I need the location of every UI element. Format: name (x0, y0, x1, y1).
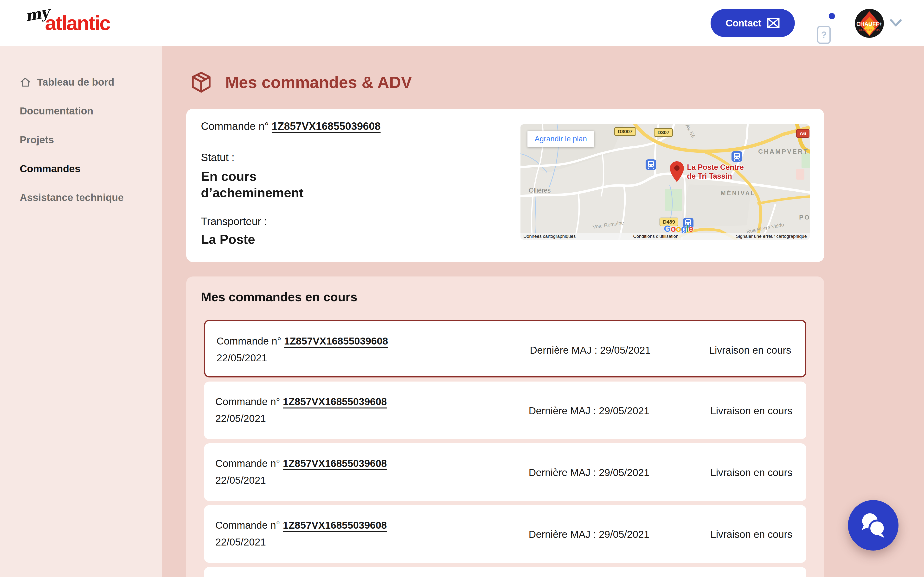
map-town-label-ollieres: Ollières (529, 187, 551, 194)
transit-station-icon[interactable] (646, 160, 656, 170)
question-mark-icon: ? (817, 26, 830, 44)
transit-station-icon[interactable] (732, 151, 742, 162)
order-row-status: Livraison en cours (709, 345, 791, 356)
sidebar: Tableau de bord Documentation Projets Co… (0, 46, 162, 577)
road-badge-a6: A6 (796, 129, 809, 138)
order-row-number-line: Commande n° 1Z857VX16855039608 (215, 458, 387, 469)
map-area-label-point: POIN (799, 214, 810, 221)
order-row-date: 22/05/2021 (215, 413, 266, 424)
sidebar-item-label: Tableau de bord (37, 76, 114, 88)
avatar[interactable]: CHAUFF+ La maîtrise du feu (855, 9, 884, 38)
page-title: Mes commandes & ADV (225, 73, 412, 92)
notification-dot (829, 13, 835, 19)
order-row[interactable]: Commande n° 1Z857VX16855039608 22/05/202… (204, 505, 806, 563)
map-pin-label: La Poste Centre de Tri Tassin (687, 163, 744, 181)
order-row-last-update: Dernière MAJ : 29/05/2021 (493, 529, 685, 540)
sidebar-item-commandes[interactable]: Commandes (20, 163, 80, 174)
avatar-tagline: La maîtrise du feu (855, 28, 884, 31)
brand-logo[interactable]: my atlantic (25, 0, 150, 46)
sidebar-item-assistance-technique[interactable]: Assistance technique (20, 192, 124, 203)
sidebar-item-projets[interactable]: Projets (20, 134, 54, 146)
order-row-number-link[interactable]: 1Z857VX16855039608 (284, 335, 388, 347)
help-button[interactable]: ? (816, 12, 835, 39)
road-badge-d307: D307 (654, 128, 673, 137)
map-area-label-menival: MÉNIVAL (720, 190, 756, 197)
map[interactable]: CHAMPVERT MÉNIVAL POIN Ollières Voie Rom… (520, 124, 810, 240)
chat-bubbles-icon (858, 510, 888, 541)
orders-heading: Mes commandes en cours (201, 290, 357, 304)
order-number-line: Commande n° 1Z857VX16855039608 (201, 120, 381, 132)
header: my atlantic Contact ? CHAUFF+ La maîtris… (0, 0, 924, 46)
order-row[interactable]: Commande n° 1Z857VX16855039608 22/05/202… (204, 443, 806, 501)
map-attribution-data[interactable]: Données cartographiques (523, 234, 576, 239)
carrier-value: La Poste (201, 232, 255, 247)
order-row-status: Livraison en cours (710, 405, 792, 417)
sidebar-item-label: Assistance technique (20, 192, 124, 203)
order-row[interactable]: Commande n° 1Z857VX16855039608 22/05/202… (204, 567, 806, 577)
order-row-last-update: Dernière MAJ : 29/05/2021 (493, 467, 685, 479)
status-label: Statut : (201, 152, 234, 163)
order-row-date: 22/05/2021 (216, 352, 267, 364)
avatar-brand-label: CHAUFF+ (855, 21, 884, 27)
sidebar-item-label: Commandes (20, 163, 80, 174)
order-row-date: 22/05/2021 (215, 537, 266, 548)
order-row-number-line: Commande n° 1Z857VX16855039608 (215, 519, 387, 531)
status-value-line2: d’acheminement (201, 185, 304, 200)
order-number-link[interactable]: 1Z857VX16855039608 (272, 120, 381, 132)
order-row[interactable]: Commande n° 1Z857VX16855039608 22/05/202… (204, 320, 806, 377)
sidebar-item-label: Projets (20, 134, 54, 146)
order-row-last-update: Dernière MAJ : 29/05/2021 (494, 345, 687, 356)
contact-button[interactable]: Contact (711, 9, 795, 37)
map-area-label-champvert: CHAMPVERT (758, 148, 809, 155)
order-row-number-link[interactable]: 1Z857VX16855039608 (283, 519, 387, 531)
contact-button-label: Contact (726, 18, 762, 29)
road-badge-d3007: D3007 (614, 127, 636, 136)
order-row[interactable]: Commande n° 1Z857VX16855039608 22/05/202… (204, 382, 806, 439)
order-row-number-link[interactable]: 1Z857VX16855039608 (283, 458, 387, 469)
map-pin-icon[interactable] (669, 161, 684, 182)
chevron-down-icon[interactable] (889, 17, 903, 29)
order-row-status: Livraison en cours (710, 467, 792, 479)
home-icon (20, 77, 31, 87)
order-row-date: 22/05/2021 (215, 475, 266, 486)
sidebar-item-tableau-de-bord[interactable]: Tableau de bord (20, 76, 114, 88)
envelope-icon (767, 18, 780, 28)
google-logo[interactable]: Google (664, 224, 693, 234)
order-row-status: Livraison en cours (710, 529, 792, 540)
map-attribution-terms[interactable]: Conditions d'utilisation (633, 234, 678, 239)
chat-fab[interactable] (848, 500, 898, 551)
order-row-last-update: Dernière MAJ : 29/05/2021 (493, 405, 685, 417)
map-attribution: Données cartographiques Conditions d'uti… (520, 233, 810, 240)
page-title-row: Mes commandes & ADV (190, 71, 412, 93)
map-attribution-report[interactable]: Signaler une erreur cartographique (736, 234, 807, 239)
orders-panel: Mes commandes en cours Commande n° 1Z857… (186, 276, 824, 577)
order-row-number-line: Commande n° 1Z857VX16855039608 (216, 335, 388, 347)
map-enlarge-link[interactable]: Agrandir le plan (527, 131, 594, 147)
order-number-label: Commande n° (201, 120, 269, 132)
order-row-number-line: Commande n° 1Z857VX16855039608 (215, 396, 387, 408)
order-status-card: Commande n° 1Z857VX16855039608 Statut : … (186, 109, 824, 262)
order-row-number-link[interactable]: 1Z857VX16855039608 (283, 396, 387, 407)
sidebar-item-label: Documentation (20, 105, 94, 117)
status-value-line1: En cours (201, 169, 257, 184)
sidebar-item-documentation[interactable]: Documentation (20, 105, 94, 117)
package-icon (190, 71, 212, 93)
logo-word-atlantic: atlantic (45, 11, 110, 35)
carrier-label: Transporteur : (201, 215, 267, 227)
